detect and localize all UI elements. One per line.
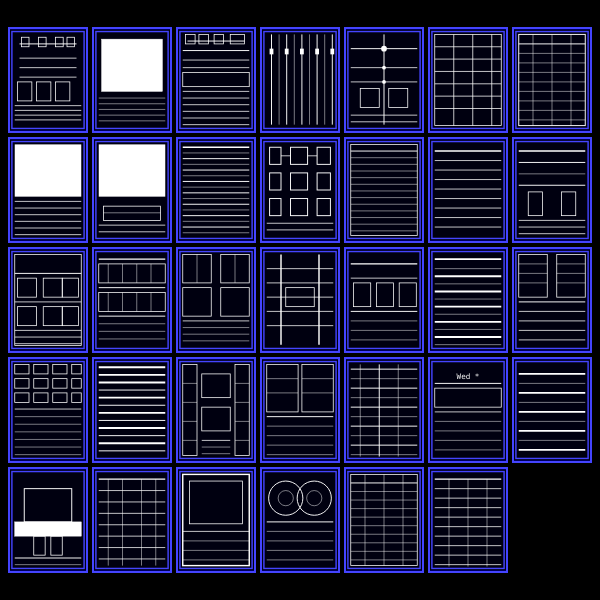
thumbnail-6[interactable] — [428, 27, 508, 133]
svg-text:Wed *: Wed * — [457, 372, 480, 381]
svg-rect-25 — [178, 30, 254, 131]
thumbnail-24[interactable] — [176, 357, 256, 463]
thumbnail-17[interactable] — [176, 247, 256, 353]
thumbnail-18[interactable] — [260, 247, 340, 353]
svg-point-62 — [381, 46, 387, 52]
thumbnail-16[interactable] — [92, 247, 172, 353]
thumbnail-5[interactable] — [344, 27, 424, 133]
thumbnail-27[interactable]: Wed * — [428, 357, 508, 463]
thumbnail-2[interactable] — [92, 27, 172, 133]
svg-rect-199 — [94, 250, 170, 351]
thumbnail-29[interactable] — [8, 467, 88, 573]
svg-rect-42 — [262, 30, 338, 131]
svg-rect-185 — [10, 250, 86, 351]
svg-rect-56 — [315, 49, 319, 55]
thumbnail-28[interactable] — [512, 357, 592, 463]
svg-rect-279 — [10, 360, 86, 461]
thumbnail-15[interactable] — [8, 247, 88, 353]
thumbnail-22[interactable] — [8, 357, 88, 463]
thumbnail-9[interactable] — [92, 137, 172, 243]
thumbnail-34[interactable] — [428, 467, 508, 573]
svg-rect-388 — [94, 470, 170, 571]
svg-point-66 — [382, 80, 386, 84]
svg-rect-229 — [262, 250, 338, 351]
svg-rect-147 — [346, 140, 422, 241]
svg-rect-71 — [430, 30, 506, 131]
svg-rect-163 — [430, 140, 506, 241]
svg-rect-239 — [346, 250, 422, 351]
thumbnail-23[interactable] — [92, 357, 172, 463]
svg-rect-19 — [102, 39, 163, 91]
thumbnail-10[interactable] — [176, 137, 256, 243]
svg-point-64 — [382, 66, 386, 70]
thumbnail-33[interactable] — [344, 467, 424, 573]
thumbnail-3[interactable] — [176, 27, 256, 133]
svg-rect-250 — [430, 250, 506, 351]
svg-rect-410 — [262, 470, 338, 571]
thumbnail-26[interactable] — [344, 357, 424, 463]
thumbnail-25[interactable] — [260, 357, 340, 463]
thumbnail-21[interactable] — [512, 247, 592, 353]
thumbnail-20[interactable] — [428, 247, 508, 353]
thumbnail-13[interactable] — [428, 137, 508, 243]
svg-rect-109 — [99, 144, 166, 196]
svg-rect-114 — [178, 140, 254, 241]
thumbnail-1[interactable] — [8, 27, 88, 133]
thumbnail-19[interactable] — [344, 247, 424, 353]
thumbnail-7[interactable] — [512, 27, 592, 133]
svg-rect-57 — [330, 49, 334, 55]
thumbnail-14[interactable] — [512, 137, 592, 243]
thumbnail-8[interactable] — [8, 137, 88, 243]
thumbnail-32[interactable] — [260, 467, 340, 573]
thumbnail-12[interactable] — [344, 137, 424, 243]
svg-rect-380 — [10, 470, 86, 571]
svg-rect-54 — [285, 49, 289, 55]
svg-rect-55 — [300, 49, 304, 55]
thumbnail-11[interactable] — [260, 137, 340, 243]
thumbnail-30[interactable] — [92, 467, 172, 573]
drawings-grid: Wed * — [0, 19, 600, 581]
thumbnail-4[interactable] — [260, 27, 340, 133]
svg-rect-264 — [514, 250, 590, 351]
svg-rect-383 — [15, 522, 82, 536]
svg-rect-53 — [270, 49, 274, 55]
thumbnail-31[interactable] — [176, 467, 256, 573]
svg-rect-217 — [178, 250, 254, 351]
svg-rect-174 — [514, 140, 590, 241]
svg-rect-314 — [178, 360, 254, 461]
svg-rect-100 — [15, 144, 82, 196]
